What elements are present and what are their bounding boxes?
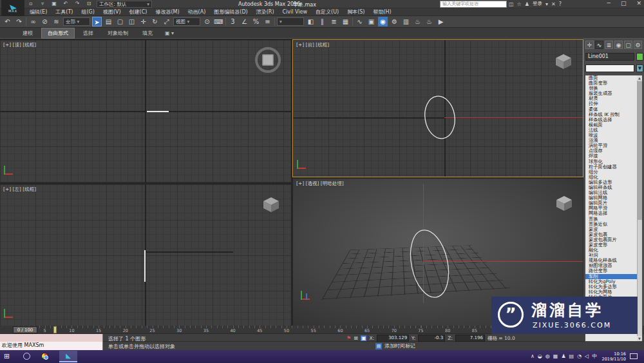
curve-editor-icon[interactable]: ∿ <box>355 17 365 26</box>
start-button[interactable]: ⊞ <box>4 352 10 360</box>
save-file-icon[interactable]: ▣ <box>50 1 58 7</box>
menu-item[interactable]: 组(G) <box>81 8 94 15</box>
viewport-left-label[interactable]: [+] [左] [线框] <box>3 186 36 193</box>
modify-tab-icon[interactable]: ∿ <box>595 41 603 49</box>
viewcube[interactable] <box>554 195 574 211</box>
maxscript-macro-row[interactable] <box>0 334 103 342</box>
viewport-top[interactable]: [+] [顶] [线框] <box>0 40 291 182</box>
signin-dropdown-icon[interactable]: ▾ <box>545 1 548 7</box>
material-editor-icon[interactable]: ◉ <box>378 17 388 26</box>
scroll-up-icon[interactable]: ▲ <box>637 75 642 81</box>
help-icon[interactable]: ? <box>559 1 562 7</box>
scrollbar-thumb[interactable] <box>637 81 642 220</box>
sign-in-link[interactable]: 登录 <box>533 1 542 7</box>
mirror-icon[interactable]: ◧ <box>306 17 316 26</box>
select-and-move-icon[interactable]: ✛ <box>138 17 148 26</box>
viewcube[interactable] <box>255 47 281 73</box>
bind-to-space-warp-icon[interactable]: ≋ <box>52 17 61 26</box>
modifier-list-dropdown-arrow[interactable]: ▼ <box>636 64 643 72</box>
max-application-menu-button[interactable]: ◣ MAX <box>1 0 24 16</box>
reference-coordinate-dropdown[interactable]: 视图 <box>173 17 200 26</box>
taskbar-clock[interactable]: 10:16 2019/11/10 <box>599 351 626 362</box>
spline-left-projection[interactable] <box>144 250 146 282</box>
object-name-field[interactable]: Line001 <box>585 53 634 61</box>
tray-volume-icon[interactable]: ◁ <box>585 353 589 360</box>
time-slider-marker[interactable] <box>53 326 57 333</box>
ribbon-tab-对象绘制[interactable]: 对象绘制 <box>102 28 134 38</box>
add-time-tag[interactable]: ▤ 添加时间标记 <box>375 342 415 349</box>
new-scene-icon[interactable]: ▫ <box>27 1 35 7</box>
workspace-dropdown[interactable]: 工作区: 默认 <box>97 1 152 8</box>
redo-quick-icon[interactable]: ↷ <box>73 1 81 7</box>
utilities-tab-icon[interactable]: ⚙ <box>634 41 642 49</box>
dropdown-scrollbar[interactable]: ▲ ▼ <box>637 75 642 341</box>
rendered-frame-icon[interactable]: ▥ <box>401 17 411 26</box>
tray-security-icon[interactable]: ◒ <box>538 353 542 360</box>
chrome-icon[interactable] <box>41 353 48 360</box>
viewport-persp-label[interactable]: [+] [透视] [明暗处理] <box>296 181 344 187</box>
menu-item[interactable]: 脚本(S) <box>347 8 365 15</box>
maximize-button[interactable]: □ <box>621 0 627 6</box>
ribbon-minimize-icon[interactable]: ▣ ▾ <box>165 30 174 36</box>
select-and-scale-icon[interactable]: ⤢ <box>162 17 171 26</box>
ribbon-toggle-icon[interactable]: ▦ <box>341 17 350 26</box>
use-pivot-center-icon[interactable]: ⊙ <box>202 17 212 26</box>
keyboard-shortcut-override-icon[interactable]: ⌨ <box>214 17 223 26</box>
redo-icon[interactable]: ↷ <box>14 17 24 26</box>
viewport-front-label[interactable]: [+] [前] [线框] <box>296 42 329 48</box>
window-crossing-icon[interactable]: ◫ <box>127 17 137 26</box>
ribbon-tab-选择[interactable]: 选择 <box>77 28 99 38</box>
tray-user-icon[interactable]: ♟ <box>561 353 565 360</box>
align-icon[interactable]: ∥ <box>317 17 327 26</box>
tray-app2-icon[interactable]: ▦ <box>553 353 558 360</box>
selection-lock-icon[interactable]: ⊠ <box>354 335 358 341</box>
favorites-icon[interactable]: ☆ <box>517 1 522 7</box>
close-button[interactable]: ✕ <box>636 0 641 6</box>
ribbon-tab-建模[interactable]: 建模 <box>17 28 39 38</box>
line001-circle-spline[interactable] <box>415 90 467 148</box>
unlink-selection-icon[interactable]: ⊘ <box>40 17 50 26</box>
menu-item[interactable]: 创建(C) <box>129 8 147 15</box>
select-object-icon[interactable]: ➤ <box>92 17 102 26</box>
viewcube[interactable] <box>261 196 281 213</box>
undo-quick-icon[interactable]: ↶ <box>62 1 70 7</box>
spline-top-projection[interactable] <box>147 111 169 112</box>
user-icon[interactable]: ♟ <box>525 1 529 7</box>
percent-snap-icon[interactable]: % <box>251 17 261 26</box>
layer-manager-icon[interactable]: ≣ <box>329 17 339 26</box>
hierarchy-tab-icon[interactable]: ≣ <box>605 41 613 49</box>
rect-selection-region-icon[interactable]: ▢ <box>115 17 125 26</box>
viewport-left[interactable]: [+] [左] [线框] <box>0 184 291 326</box>
viewport-front[interactable]: [+] [前] [线框] <box>293 40 583 177</box>
object-color-swatch[interactable] <box>636 53 643 61</box>
line001-circle-spline[interactable] <box>404 225 462 309</box>
modifier-list-combobox[interactable] <box>585 64 634 72</box>
motion-tab-icon[interactable]: ◉ <box>614 41 623 49</box>
x-coordinate-field[interactable]: 303.129 <box>377 335 409 342</box>
tray-expand-icon[interactable]: ∧ <box>531 353 535 360</box>
tray-app1-icon[interactable]: ◍ <box>545 353 550 360</box>
tray-network-icon[interactable]: ◔ <box>577 353 582 360</box>
absolute-mode-icon[interactable]: ▣ <box>361 335 367 341</box>
ribbon-tab-自由形式[interactable]: 自由形式 <box>41 28 75 39</box>
y-coordinate-field[interactable]: -0.3 <box>418 335 445 342</box>
select-and-rotate-icon[interactable]: ↻ <box>150 17 160 26</box>
menu-item[interactable]: 编辑(E) <box>30 8 47 15</box>
project-folder-icon[interactable]: ⊡ <box>85 1 93 7</box>
menu-item[interactable]: 视图(V) <box>103 8 121 15</box>
selection-filter-dropdown[interactable]: 全部 <box>63 17 90 26</box>
angle-snap-icon[interactable]: ∠ <box>240 17 249 26</box>
isolate-selection-icon[interactable]: ⚑ <box>346 335 351 341</box>
render-iterative-icon[interactable]: ♨ <box>424 17 434 26</box>
named-selection-set-field[interactable] <box>277 17 304 26</box>
menu-item[interactable]: Civil View <box>283 9 308 15</box>
create-tab-icon[interactable]: ✛ <box>585 41 594 49</box>
snap-toggle-icon[interactable]: 3 <box>228 17 238 26</box>
render-production-icon[interactable]: ♨ <box>413 17 422 26</box>
tray-folder-icon[interactable]: ▤ <box>569 353 574 360</box>
timeline-ruler[interactable]: 5101520253035404550556065707580859095100 <box>18 326 567 334</box>
menu-item[interactable]: 动画(A) <box>188 8 206 15</box>
menu-item[interactable]: 自定义(U) <box>316 8 339 15</box>
display-tab-icon[interactable]: ▢ <box>624 41 632 49</box>
community-icon[interactable]: ◫ <box>509 1 514 7</box>
